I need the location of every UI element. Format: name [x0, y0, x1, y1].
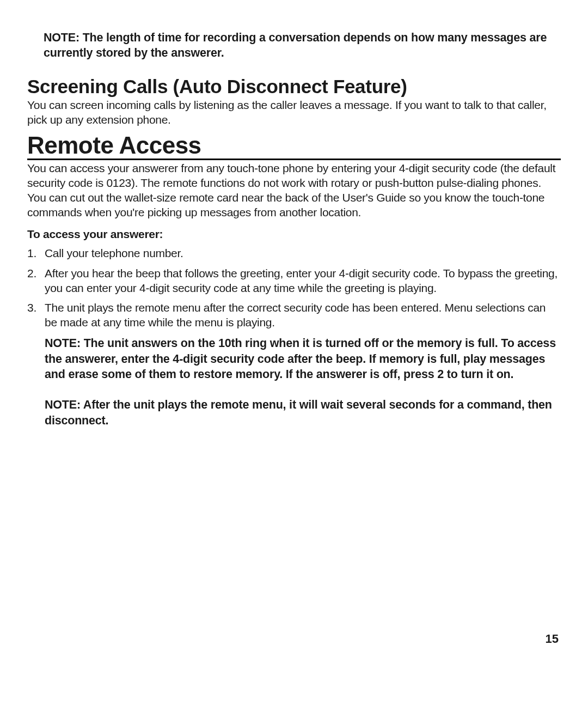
remote-steps-list: Call your telephone number. After you he…: [27, 246, 561, 330]
list-item: Call your telephone number.: [27, 246, 561, 261]
page-number: 15: [546, 632, 559, 646]
note-top: NOTE: The length of time for recording a…: [44, 31, 561, 61]
remote-subhead: To access your answerer:: [27, 228, 561, 241]
heading-remote-access: Remote Access: [27, 133, 561, 160]
remote-body: You can access your answerer from any to…: [27, 161, 561, 220]
note-disconnect: NOTE: After the unit plays the remote me…: [45, 397, 561, 428]
note-memory-full: NOTE: The unit answers on the 10th ring …: [45, 336, 561, 382]
list-item: The unit plays the remote menu after the…: [27, 301, 561, 330]
list-item: After you hear the beep that follows the…: [27, 266, 561, 296]
heading-screening: Screening Calls (Auto Disconnect Feature…: [27, 76, 561, 98]
screening-body: You can screen incoming calls by listeni…: [27, 98, 561, 127]
